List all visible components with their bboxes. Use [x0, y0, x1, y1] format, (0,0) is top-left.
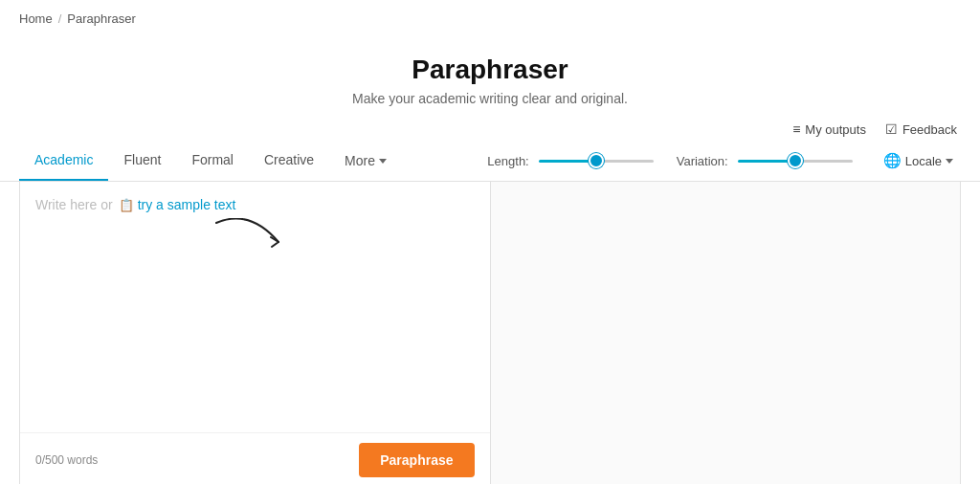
tab-formal[interactable]: Formal: [176, 141, 249, 181]
breadcrumb-current: Paraphraser: [67, 11, 136, 26]
page-subtitle: Make your academic writing clear and ori…: [0, 91, 980, 106]
my-outputs-label: My outputs: [805, 122, 866, 137]
length-slider[interactable]: [539, 160, 654, 163]
globe-icon: 🌐: [883, 152, 902, 169]
breadcrumb: Home / Paraphraser: [0, 0, 980, 37]
tab-fluent[interactable]: Fluent: [108, 141, 176, 181]
my-outputs-button[interactable]: ≡ My outputs: [792, 121, 866, 137]
input-panel-footer: 0/500 words Paraphrase: [20, 432, 490, 484]
toolbar-row: Academic Fluent Formal Creative More Len…: [0, 141, 980, 182]
variation-slider[interactable]: [738, 160, 853, 163]
variation-label: Variation:: [677, 154, 728, 168]
tab-more[interactable]: More: [329, 142, 402, 180]
locale-button[interactable]: 🌐 Locale: [876, 146, 961, 175]
text-area-wrapper[interactable]: Write here or 📋 try a sample text: [20, 182, 490, 432]
toolbar-controls: Length: Variation: 🌐 Locale: [487, 146, 961, 175]
length-label: Length:: [487, 154, 528, 168]
page-title: Paraphraser: [0, 55, 980, 85]
tab-creative[interactable]: Creative: [249, 141, 329, 181]
feedback-label: Feedback: [902, 122, 957, 137]
locale-label: Locale: [905, 154, 942, 168]
breadcrumb-home[interactable]: Home: [19, 11, 53, 26]
top-actions: ≡ My outputs ☑ Feedback: [0, 116, 980, 141]
breadcrumb-separator: /: [58, 11, 62, 26]
paraphrase-button[interactable]: Paraphrase: [359, 443, 474, 477]
chevron-down-icon: [379, 159, 387, 164]
tabs: Academic Fluent Formal Creative More: [19, 141, 402, 181]
sample-link-text[interactable]: try a sample text: [138, 197, 236, 212]
list-icon: ≡: [792, 121, 800, 137]
try-sample-link[interactable]: 📋 try a sample text: [119, 197, 236, 212]
feedback-icon: ☑: [885, 121, 898, 137]
tab-academic[interactable]: Academic: [19, 141, 108, 181]
feedback-button[interactable]: ☑ Feedback: [885, 121, 957, 137]
variation-control: Variation:: [677, 154, 853, 168]
locale-chevron-icon: [946, 159, 953, 164]
input-placeholder: Write here or 📋 try a sample text: [35, 197, 475, 212]
length-control: Length:: [487, 154, 653, 168]
doc-icon: 📋: [119, 198, 134, 212]
input-panel: Write here or 📋 try a sample text 0/500 …: [19, 182, 490, 484]
output-panel: [490, 182, 962, 484]
arrow-decoration: [212, 218, 288, 256]
more-label: More: [345, 153, 375, 168]
word-count: 0/500 words: [35, 453, 98, 467]
placeholder-text: Write here or: [35, 197, 113, 212]
header-section: Paraphraser Make your academic writing c…: [0, 37, 980, 116]
main-content: Write here or 📋 try a sample text 0/500 …: [0, 182, 980, 484]
